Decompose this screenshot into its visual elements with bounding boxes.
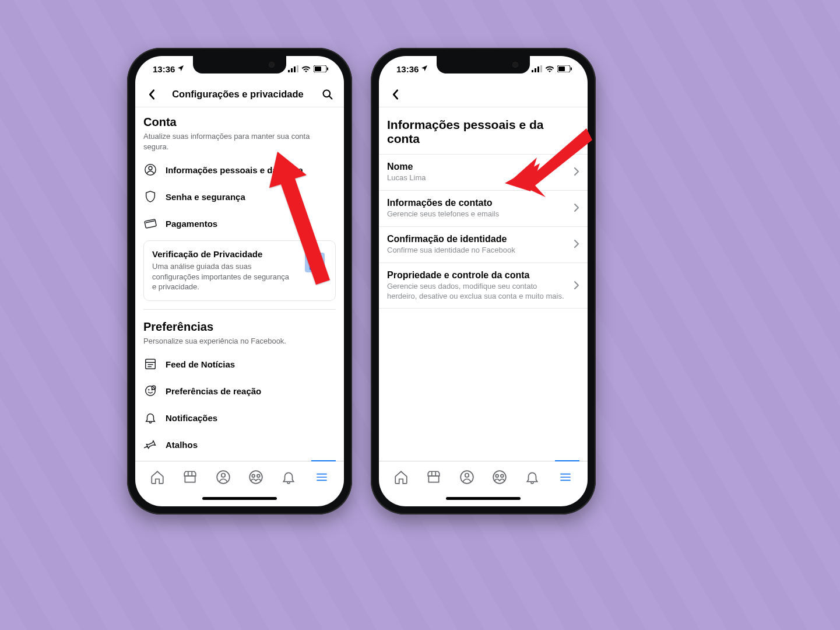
svg-rect-43 <box>537 66 539 72</box>
search-button[interactable] <box>317 84 338 105</box>
svg-point-52 <box>493 471 506 484</box>
location-icon <box>177 65 184 74</box>
svg-point-54 <box>501 474 504 477</box>
tab-menu[interactable] <box>554 466 577 489</box>
tab-bar <box>379 461 588 492</box>
screen-left: 13:36 Configurações e p <box>135 56 344 506</box>
card-title: Verificação de Privacidade <box>152 249 293 259</box>
svg-rect-15 <box>314 264 316 268</box>
item-sub: Gerencie seus telefones e emails <box>387 209 568 219</box>
pin-icon <box>143 438 157 452</box>
item-sub: Gerencie seus dados, modifique seu conta… <box>387 282 568 302</box>
svg-point-51 <box>465 473 469 477</box>
item-ownership[interactable]: Propriedade e controle da conta Gerencie… <box>379 262 588 309</box>
user-circle-icon <box>143 163 157 177</box>
wifi-icon <box>545 64 554 74</box>
section-divider <box>143 309 336 310</box>
reaction-icon <box>143 384 157 398</box>
svg-rect-2 <box>294 66 296 72</box>
home-indicator[interactable] <box>379 492 588 506</box>
tab-notifications[interactable] <box>277 466 300 489</box>
item-title: Nome <box>387 162 568 172</box>
row-label: Pagamentos <box>166 219 217 229</box>
tab-profile[interactable] <box>212 466 235 489</box>
item-title: Confirmação de identidade <box>387 234 568 244</box>
privacy-check-card[interactable]: Verificação de Privacidade Uma análise g… <box>143 240 336 301</box>
svg-point-10 <box>149 166 152 170</box>
card-sub: Uma análise guiada das suas configuraçõe… <box>152 261 293 292</box>
row-feed[interactable]: Feed de Notícias <box>135 351 344 377</box>
location-icon <box>421 65 428 74</box>
tab-notifications[interactable] <box>521 466 544 489</box>
row-payments[interactable]: Pagamentos <box>135 210 344 237</box>
svg-point-21 <box>149 390 149 390</box>
svg-rect-42 <box>535 68 536 72</box>
svg-point-20 <box>146 386 156 396</box>
status-left: 13:36 <box>396 64 428 74</box>
row-shortcuts[interactable]: Atalhos <box>135 431 344 458</box>
row-notifications[interactable]: Notificações <box>135 404 344 431</box>
bell-icon <box>143 411 157 425</box>
tab-menu[interactable] <box>310 466 333 489</box>
svg-point-22 <box>152 390 152 390</box>
status-left: 13:36 <box>153 64 184 74</box>
svg-rect-3 <box>297 65 298 72</box>
svg-rect-1 <box>291 68 293 72</box>
card-icon <box>143 216 157 230</box>
tab-groups[interactable] <box>244 466 268 489</box>
svg-rect-5 <box>315 66 321 71</box>
status-time: 13:36 <box>153 64 175 74</box>
nav-header: Configurações e privacidade <box>135 82 344 107</box>
item-title: Propriedade e controle da conta <box>387 270 568 281</box>
account-section: Conta Atualize suas informações para man… <box>135 107 344 156</box>
home-indicator[interactable] <box>135 492 344 506</box>
tab-profile[interactable] <box>455 466 479 489</box>
item-sub: Lucas Lima <box>387 173 568 183</box>
back-button[interactable] <box>385 84 406 105</box>
tab-marketplace[interactable] <box>178 466 202 489</box>
chevron-right-icon <box>574 164 579 180</box>
nav-header <box>379 82 588 107</box>
tab-bar <box>135 461 344 492</box>
status-time: 13:36 <box>396 64 419 74</box>
chevron-right-icon <box>574 278 579 293</box>
svg-point-37 <box>257 474 260 477</box>
account-sub: Atualize suas informações para manter su… <box>143 131 336 152</box>
tab-home[interactable] <box>146 466 169 489</box>
cellular-icon <box>288 64 298 74</box>
row-label: Senha e segurança <box>166 192 245 202</box>
nav-title: Configurações e privacidade <box>159 89 317 100</box>
svg-point-53 <box>495 474 498 477</box>
row-security[interactable]: Senha e segurança <box>135 183 344 210</box>
svg-rect-46 <box>558 66 565 71</box>
tab-home[interactable] <box>389 466 413 489</box>
content: Conta Atualize suas informações para man… <box>135 107 344 461</box>
row-label: Feed de Notícias <box>166 359 235 369</box>
account-heading: Conta <box>143 116 336 129</box>
svg-rect-0 <box>288 70 290 72</box>
tab-groups[interactable] <box>488 466 511 489</box>
svg-rect-41 <box>532 70 533 72</box>
status-right <box>532 64 572 74</box>
prefs-sub: Personalize sua experiência no Facebook. <box>143 336 336 346</box>
prefs-heading: Preferências <box>143 320 336 334</box>
svg-rect-47 <box>571 67 572 70</box>
tab-marketplace[interactable] <box>422 466 445 489</box>
chevron-right-icon <box>574 237 579 252</box>
item-name[interactable]: Nome Lucas Lima <box>379 154 588 190</box>
row-reaction[interactable]: Preferências de reação <box>135 377 344 404</box>
row-personal-info[interactable]: Informações pessoais e da conta <box>135 156 344 183</box>
card-text: Verificação de Privacidade Uma análise g… <box>152 249 293 292</box>
notch <box>437 56 530 74</box>
battery-icon <box>314 64 329 74</box>
lock-illustration-icon <box>301 249 327 275</box>
svg-point-34 <box>222 473 226 477</box>
feed-icon <box>143 357 157 371</box>
item-identity[interactable]: Confirmação de identidade Confirme sua i… <box>379 226 588 262</box>
notch <box>193 56 286 74</box>
svg-rect-6 <box>327 67 328 70</box>
row-label: Atalhos <box>166 440 198 450</box>
shield-icon <box>143 190 157 204</box>
item-contact[interactable]: Informações de contato Gerencie seus tel… <box>379 190 588 226</box>
wifi-icon <box>301 64 311 74</box>
